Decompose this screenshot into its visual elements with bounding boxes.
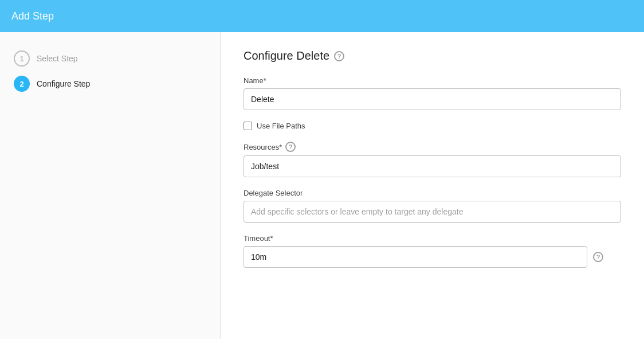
app-header: Add Step (0, 0, 644, 32)
use-file-paths-checkbox[interactable] (244, 122, 252, 130)
step-1-circle: 1 (14, 50, 30, 67)
configure-delete-help-icon[interactable]: ? (334, 51, 344, 61)
main-content: Configure Delete ? Name* Use File Paths … (221, 32, 644, 339)
step-2-circle: 2 (14, 76, 30, 92)
timeout-help-icon[interactable]: ? (593, 252, 603, 262)
section-title-row: Configure Delete ? (244, 49, 621, 63)
name-label: Name* (244, 76, 621, 85)
timeout-label: Timeout* (244, 234, 621, 243)
resources-help-icon[interactable]: ? (285, 142, 296, 152)
delegate-selector-label: Delegate Selector (244, 189, 621, 197)
delegate-selector-field-group: Delegate Selector (244, 189, 621, 223)
body-container: 1 Select Step 2 Configure Step Configure… (0, 32, 644, 339)
timeout-field-group: Timeout* ? (244, 234, 621, 268)
timeout-row: ? (244, 246, 621, 268)
sidebar-item-configure-step[interactable]: 2 Configure Step (11, 71, 209, 96)
resources-label-row: Resources* ? (244, 142, 621, 152)
resources-field-group: Resources* ? (244, 142, 621, 177)
step-1-label: Select Step (37, 54, 78, 63)
step-2-label: Configure Step (37, 79, 90, 88)
section-title-text: Configure Delete (244, 49, 329, 63)
sidebar-item-select-step[interactable]: 1 Select Step (11, 46, 209, 71)
resources-input[interactable] (244, 155, 621, 177)
use-file-paths-row: Use File Paths (244, 122, 621, 130)
sidebar: 1 Select Step 2 Configure Step (0, 32, 221, 339)
delegate-selector-input[interactable] (244, 201, 621, 223)
timeout-input[interactable] (244, 246, 587, 268)
header-title: Add Step (11, 10, 54, 22)
name-field-group: Name* (244, 76, 621, 110)
name-input[interactable] (244, 88, 621, 110)
use-file-paths-label: Use File Paths (257, 122, 305, 130)
